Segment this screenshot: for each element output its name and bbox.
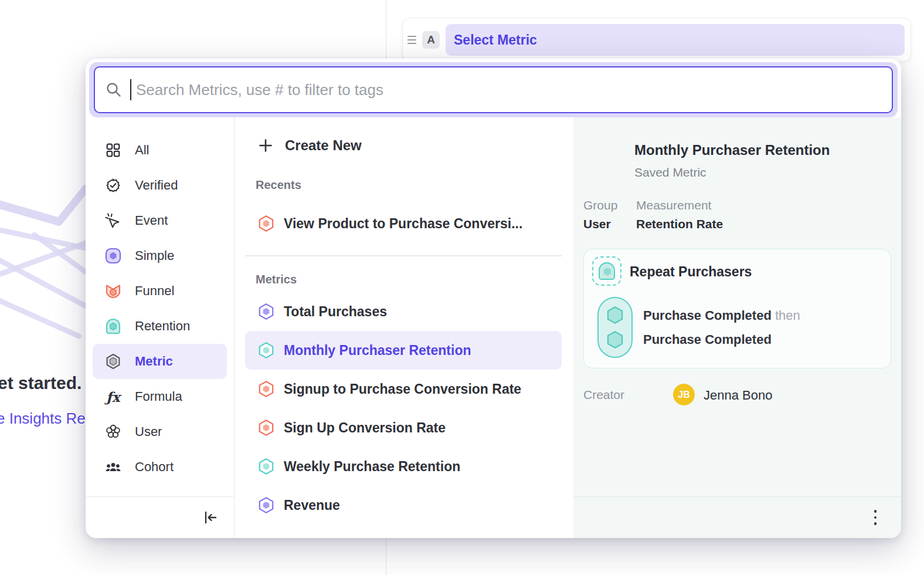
list-item-selected[interactable]: Monthly Purchaser Retention [245, 331, 562, 370]
drag-handle-icon[interactable] [407, 36, 416, 44]
list-item-recent[interactable]: View Product to Purchase Conversi... [235, 207, 573, 240]
definition-card: Repeat Purchasers Purchase Completed the… [583, 249, 891, 368]
metric-details-panel: Monthly Purchaser Retention Saved Metric… [573, 117, 901, 538]
simple-metric-hexagon-icon [258, 303, 274, 320]
sidebar-item-simple[interactable]: Simple [86, 238, 234, 273]
background-partial-heading: et started. [0, 373, 81, 393]
screen: et started. e Insights Re A Select Metri… [0, 0, 924, 575]
list-item[interactable]: Revenue [235, 486, 573, 525]
retention-metric-hexagon-icon [258, 458, 274, 475]
grid-icon [104, 141, 122, 159]
decorative-chart-lines [0, 185, 88, 378]
sidebar-item-event[interactable]: Event [86, 203, 234, 238]
simple-metric-hexagon-icon [258, 497, 274, 513]
sidebar-item-label: All [135, 143, 149, 158]
select-metric-label: Select Metric [454, 32, 537, 48]
metric-list-column: Create New Recents View Product to Purch… [235, 117, 573, 538]
measurement-label: Measurement [636, 198, 711, 212]
sidebar-item-formula[interactable]: ƒx Formula [86, 379, 234, 414]
section-divider [245, 255, 562, 256]
definition-step-2: Purchase Completed [643, 332, 772, 347]
search-placeholder: Search Metrics, use # to filter to tags [136, 81, 383, 99]
query-letter-chip: A [422, 31, 440, 49]
sidebar-item-label: Metric [135, 354, 173, 369]
definition-step-1: Purchase Completed then [643, 308, 800, 323]
sidebar-footer [86, 496, 235, 538]
creator-label: Creator [583, 388, 624, 402]
group-label: Group [583, 198, 617, 212]
list-item[interactable]: Weekly Purchase Retention [235, 447, 573, 486]
list-item-label: Revenue [284, 498, 340, 513]
sidebar-item-retention[interactable]: Retention [86, 309, 234, 344]
sidebar-item-label: Funnel [135, 283, 174, 299]
list-item-label: Monthly Purchaser Retention [284, 343, 471, 358]
event-hexagon-icon [606, 331, 624, 349]
list-item-label: Signup to Purchase Conversion Rate [284, 381, 521, 397]
user-cluster-icon [104, 423, 122, 441]
create-new-label: Create New [285, 137, 362, 154]
sidebar-item-label: Simple [135, 248, 174, 263]
list-item-label: Sign Up Conversion Rate [284, 420, 446, 436]
sidebar-item-funnel[interactable]: Funnel [86, 273, 234, 309]
event-hexagon-icon [606, 306, 624, 324]
sidebar-item-label: Event [135, 213, 168, 228]
formula-fx-icon: ƒx [104, 388, 122, 405]
sidebar-item-label: Formula [135, 389, 182, 404]
sidebar-item-cohort[interactable]: Cohort [86, 449, 234, 485]
measurement-value: Retention Rate [636, 217, 723, 231]
funnel-metric-hexagon-icon [258, 420, 274, 436]
metric-picker-modal: Search Metrics, use # to filter to tags … [86, 59, 901, 538]
sidebar-item-all[interactable]: All [86, 133, 234, 168]
retention-metric-hexagon-icon [258, 342, 274, 358]
search-input[interactable]: Search Metrics, use # to filter to tags [94, 66, 893, 113]
creator-avatar: JB [673, 384, 695, 405]
funnel-icon [104, 282, 122, 300]
event-cursor-icon [104, 212, 122, 229]
funnel-metric-hexagon-icon [258, 215, 274, 232]
retention-icon [104, 317, 122, 335]
section-label-metrics: Metrics [256, 273, 573, 286]
background-partial-link[interactable]: e Insights Re [0, 410, 86, 428]
creator-name: Jenna Bono [704, 388, 772, 403]
step-connector: then [775, 308, 800, 323]
sidebar-item-verified[interactable]: Verified [86, 168, 234, 203]
sidebar-item-user[interactable]: User [86, 414, 234, 449]
details-subtitle: Saved Metric [634, 165, 706, 180]
list-item[interactable]: Total Purchases [235, 292, 573, 331]
sidebar-item-label: Retention [135, 319, 190, 334]
funnel-metric-hexagon-icon [258, 381, 274, 397]
list-item[interactable]: Sign Up Conversion Rate [235, 408, 573, 447]
search-icon [106, 82, 122, 98]
retention-definition-icon [592, 256, 621, 286]
text-caret [130, 79, 131, 100]
simple-icon [104, 247, 122, 265]
hexagon-icon [603, 268, 612, 276]
list-item-label: Weekly Purchase Retention [284, 459, 460, 475]
section-label-recents: Recents [256, 178, 573, 192]
list-item-label: Total Purchases [284, 304, 387, 320]
list-item-label: View Product to Purchase Conversi... [284, 216, 522, 232]
sidebar-item-label: Cohort [135, 459, 174, 475]
search-focus-ring: Search Metrics, use # to filter to tags [89, 62, 898, 117]
details-footer [573, 496, 901, 538]
metric-hexagon-icon [104, 353, 122, 370]
group-value: User [583, 217, 611, 231]
metric-query-row: A Select Metric [402, 18, 911, 62]
details-title: Monthly Purchaser Retention [634, 142, 830, 158]
cohort-people-icon [104, 458, 122, 476]
create-new-button[interactable]: Create New [258, 137, 573, 154]
select-metric-button[interactable]: Select Metric [446, 24, 905, 56]
sidebar-item-metric[interactable]: Metric [93, 344, 227, 379]
more-options-icon[interactable] [874, 510, 877, 525]
verified-badge-icon [104, 177, 122, 194]
collapse-left-icon[interactable] [203, 510, 218, 525]
sidebar-item-label: Verified [135, 178, 178, 193]
sidebar-item-label: User [135, 424, 162, 439]
list-item[interactable]: Signup to Purchase Conversion Rate [235, 370, 573, 408]
modal-body: All Verified [86, 117, 901, 538]
definition-name: Repeat Purchasers [630, 264, 752, 280]
plus-icon [258, 138, 273, 153]
filter-sidebar: All Verified [86, 117, 235, 538]
event-sequence-pill [597, 297, 633, 358]
